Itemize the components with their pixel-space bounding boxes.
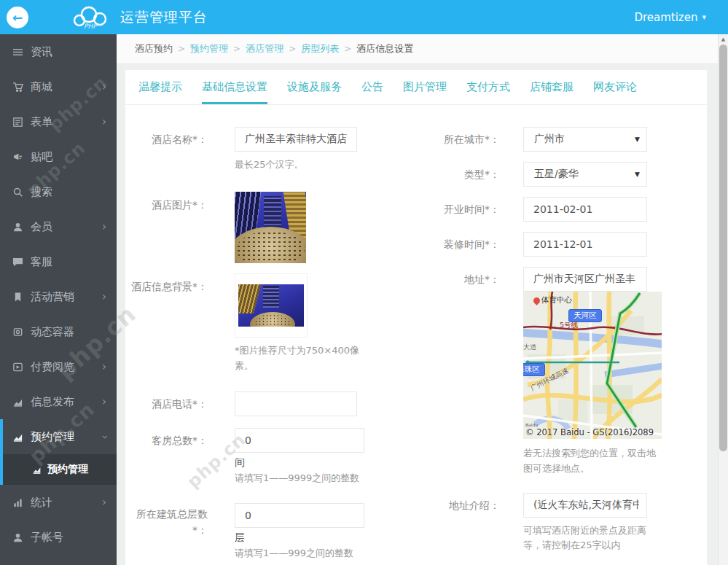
address-intro-input[interactable]	[523, 493, 647, 518]
address-intro-label: 地址介绍：	[437, 493, 500, 518]
breadcrumb-link[interactable]: 酒店管理	[246, 42, 283, 55]
sidebar-item-label: 活动营销	[31, 290, 74, 304]
hotel-bg-help: *图片推荐尺寸为750×400像素。	[235, 343, 363, 374]
member-icon	[12, 222, 23, 233]
address-input[interactable]	[523, 267, 647, 292]
booking-icon	[12, 432, 23, 443]
tab-image-manage[interactable]: 图片管理	[403, 70, 447, 104]
sidebar-group-booking: 预约管理 › 预约管理	[0, 419, 117, 485]
hotel-name-help: 最长25个汉字。	[235, 157, 423, 173]
city-select[interactable]: 广州市 ▼	[523, 127, 647, 152]
chevron-right-icon: ›	[102, 82, 106, 93]
sidebar-item-label: 贴吧	[31, 150, 52, 164]
sidebar-item-marketing[interactable]: 活动营销 ›	[0, 279, 117, 314]
hotel-image-label: 酒店图片*：	[131, 192, 208, 214]
floor-count-unit: 层	[235, 531, 423, 545]
breadcrumb-current: 酒店信息设置	[356, 42, 413, 55]
booking-icon	[32, 465, 42, 475]
chevron-right-icon: ›	[102, 497, 106, 508]
sidebar-item-label: 商城	[31, 80, 52, 94]
map-copyright: © 2017 Baidu - GS(2016)2089	[525, 427, 654, 437]
tab-tips[interactable]: 温馨提示	[138, 70, 182, 104]
sidebar-item-news[interactable]: 资讯	[0, 34, 117, 69]
sidebar-item-label: 信息发布	[31, 395, 74, 409]
sidebar-item-members[interactable]: 会员 ›	[0, 209, 117, 244]
breadcrumb: 酒店预约 > 预约管理 > 酒店管理 > 房型列表 > 酒店信息设置	[117, 34, 728, 64]
sidebar-item-booking[interactable]: 预约管理 ›	[3, 419, 117, 454]
floor-count-input[interactable]	[235, 503, 364, 528]
room-count-input[interactable]	[235, 428, 364, 453]
sidebar-item-container[interactable]: 动态容器	[0, 314, 117, 349]
map-marker-icon	[532, 296, 541, 305]
hotel-phone-input[interactable]	[235, 391, 357, 416]
sidebar-item-label: 会员	[31, 220, 52, 234]
sidebar-item-stats[interactable]: 统计 ›	[0, 485, 117, 520]
chevron-right-icon: ›	[102, 397, 106, 408]
sidebar-item-label: 搜索	[31, 185, 52, 199]
back-arrow-icon: ←	[12, 10, 23, 25]
back-button[interactable]: ←	[7, 7, 28, 28]
hotel-photo[interactable]	[235, 192, 306, 263]
city-label: 所在城市*：	[437, 127, 500, 152]
hotel-bg-photo[interactable]	[235, 273, 308, 338]
renovate-date-input[interactable]	[523, 232, 647, 257]
user-menu[interactable]: Dreamtizen ▾	[634, 11, 706, 24]
breadcrumb-separator: >	[233, 44, 240, 54]
open-date-input[interactable]	[523, 197, 647, 222]
tab-reviews[interactable]: 网友评论	[593, 70, 637, 104]
user-name: Dreamtizen	[634, 11, 697, 24]
bookmark-icon	[12, 292, 23, 303]
chat-icon	[12, 257, 23, 268]
baidu-map[interactable]: 体育中心 天河区 海珠区 5号线 广州环城高速 大道 Baidu © 2017 …	[523, 292, 662, 439]
tab-facilities[interactable]: 设施及服务	[287, 70, 342, 104]
tab-announcement[interactable]: 公告	[361, 70, 383, 104]
sidebar-item-label: 客服	[31, 255, 52, 269]
tab-bar: 温馨提示 基础信息设置 设施及服务 公告 图片管理 支付方式 店铺套服 网友评论	[125, 70, 707, 105]
search-icon	[12, 187, 23, 198]
publish-icon	[12, 397, 23, 408]
city-select-value: 广州市	[534, 133, 565, 146]
select-caret-icon: ▼	[635, 136, 640, 143]
app-title: 运营管理平台	[120, 8, 208, 27]
sidebar-item-tieba[interactable]: 贴吧	[0, 139, 117, 174]
sidebar-item-subaccount[interactable]: 子帐号	[0, 520, 117, 555]
vertical-scrollbar[interactable]: ▲	[718, 34, 728, 565]
breadcrumb-link[interactable]: 预约管理	[190, 42, 228, 55]
scrollbar-thumb[interactable]	[719, 44, 727, 451]
cart-icon	[12, 82, 23, 93]
address-intro-help: 可填写酒店附近的景点及距离等，请控制在25字以内	[523, 523, 659, 554]
megaphone-icon	[12, 152, 23, 163]
sidebar-item-label: 资讯	[31, 45, 52, 59]
sidebar-subitem-booking-manage[interactable]: 预约管理	[3, 454, 117, 485]
map-road-label: 大道	[523, 343, 536, 352]
top-header: ← PHP 运营管理平台 Dreamtizen ▾	[0, 0, 728, 34]
renovate-date-label: 装修时间*：	[437, 232, 500, 257]
sidebar-item-forms[interactable]: 表单 ›	[0, 104, 117, 139]
map-help: 若无法搜索到您的位置，双击地图可选择地点。	[523, 446, 663, 477]
form-column-right: 所在城市*： 广州市 ▼ 类型*： 五星/豪华 ▼ 开业时间*： 装修时间*：	[437, 127, 704, 553]
news-icon	[12, 47, 23, 58]
tab-payment[interactable]: 支付方式	[466, 70, 510, 104]
sidebar-item-paid-reading[interactable]: 付费阅览 ›	[0, 349, 117, 384]
chevron-down-icon: ▾	[702, 12, 706, 22]
floor-count-help: 请填写1——999之间的整数	[235, 546, 423, 561]
hotel-phone-label: 酒店电话*：	[131, 391, 208, 416]
cloud-logo-icon: PHP	[69, 5, 116, 30]
sidebar-item-search[interactable]: 搜索	[0, 174, 117, 209]
sidebar-item-label: 预约管理	[31, 430, 74, 444]
room-count-unit: 间	[235, 456, 423, 469]
sidebar-item-mall[interactable]: 商城 ›	[0, 69, 117, 104]
map-metro-line-label: 5号线	[560, 321, 578, 330]
hotel-name-input[interactable]	[235, 127, 357, 152]
sidebar-item-service[interactable]: 客服	[0, 244, 117, 279]
chevron-right-icon: ›	[102, 362, 106, 373]
breadcrumb-link[interactable]: 房型列表	[301, 42, 339, 55]
type-select[interactable]: 五星/豪华 ▼	[523, 162, 647, 187]
room-count-label: 客房总数*：	[131, 428, 208, 453]
sidebar-item-publish[interactable]: 信息发布 ›	[0, 384, 117, 419]
tab-shop-service[interactable]: 店铺套服	[530, 70, 574, 104]
breadcrumb-separator: >	[178, 44, 185, 54]
sidebar-item-label: 动态容器	[31, 325, 74, 339]
scroll-up-arrow-icon[interactable]: ▲	[719, 34, 728, 44]
tab-basic-info[interactable]: 基础信息设置	[202, 70, 267, 104]
